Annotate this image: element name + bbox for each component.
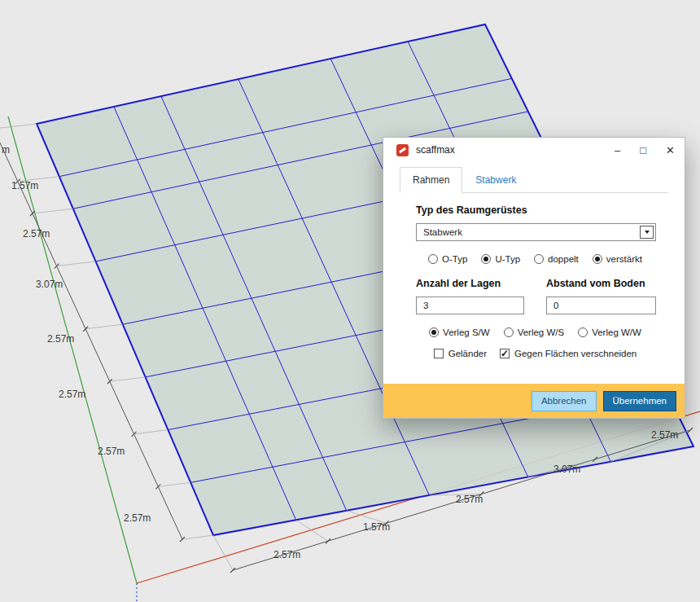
dimension-label: 3.07m: [553, 464, 580, 475]
dialog-titlebar[interactable]: scaffmax – □ ✕: [383, 138, 685, 162]
radio-o-typ[interactable]: O-Typ: [428, 254, 467, 264]
offset-label: Abstand vom Boden: [546, 278, 656, 289]
radio-icon[interactable]: [429, 327, 439, 337]
radio-icon[interactable]: [504, 327, 514, 337]
dialog-content: Typ des Raumgerüstes Stabwerk O-Typ U-Ty…: [383, 204, 685, 358]
dim-extension-line: [57, 261, 96, 266]
checkbox-gegen-flaechen[interactable]: Gegen Flächen verschneiden: [500, 349, 637, 358]
radio-label: O-Typ: [442, 254, 467, 264]
dim-tick: [230, 568, 235, 573]
dimension-label: m: [2, 144, 10, 156]
layers-label: Anzahl der Lagen: [416, 278, 524, 289]
dimension-label: 2.57m: [47, 333, 74, 345]
dimension-label: 2.57m: [59, 389, 85, 400]
radio-icon[interactable]: [481, 254, 491, 264]
dimension-label: 2.57m: [23, 228, 50, 239]
dimension-label: 2.57m: [651, 429, 678, 441]
radio-verleg-sw[interactable]: Verleg S/W: [429, 327, 490, 337]
apply-button[interactable]: Übernehmen: [603, 391, 676, 411]
dim-tick: [326, 538, 330, 543]
type-radio-row: O-Typ U-Typ doppelt verstärkt: [416, 254, 654, 264]
tab-stabwerk[interactable]: Stabwerk: [462, 167, 529, 193]
radio-verleg-ww[interactable]: Verleg W/W: [578, 327, 641, 337]
layers-input[interactable]: [416, 297, 524, 314]
radio-icon[interactable]: [578, 327, 588, 337]
type-dropdown-value: Stabwerk: [423, 227, 462, 237]
dim-extension-line: [110, 377, 146, 381]
checkbox-icon[interactable]: [434, 349, 444, 358]
radio-icon[interactable]: [428, 254, 438, 264]
radio-icon[interactable]: [593, 254, 602, 264]
dim-extension-line: [0, 124, 37, 129]
verleg-radio-row: Verleg S/W Verleg W/S Verleg W/W: [416, 327, 654, 337]
options-row: Geländer Gegen Flächen verschneiden: [416, 349, 654, 358]
dimension-label: 1.57m: [11, 180, 38, 191]
radio-verleg-ws[interactable]: Verleg W/S: [504, 327, 565, 337]
dim-extension-line: [134, 430, 168, 434]
tab-rahmen[interactable]: Rahmen: [400, 167, 462, 193]
scaffmax-app-icon: [396, 144, 409, 156]
dim-extension-line: [158, 482, 190, 486]
radio-verstaerkt[interactable]: verstärkt: [593, 254, 642, 264]
dialog-footer: Abbrechen Übernehmen: [383, 384, 685, 418]
checkbox-label: Geländer: [448, 349, 487, 358]
radio-label: verstärkt: [606, 254, 642, 264]
cancel-button[interactable]: Abbrechen: [532, 391, 597, 411]
checkbox-icon[interactable]: [500, 349, 510, 358]
dimension-label: 3.07m: [36, 279, 63, 290]
offset-input[interactable]: [546, 297, 656, 314]
type-dropdown[interactable]: Stabwerk: [416, 223, 656, 241]
radio-label: doppelt: [548, 254, 579, 264]
offset-field: Abstand vom Boden: [546, 278, 656, 314]
radio-icon[interactable]: [534, 254, 544, 264]
radio-u-typ[interactable]: U-Typ: [481, 254, 520, 264]
chevron-down-icon: [645, 231, 650, 234]
dim-extension-line: [33, 209, 73, 213]
scaffmax-dialog: scaffmax – □ ✕ Rahmen Stabwerk Typ des R…: [383, 137, 685, 419]
dimension-label: 2.57m: [273, 549, 300, 560]
dim-extension-line: [182, 535, 213, 539]
radio-label: Verleg S/W: [443, 327, 490, 337]
dim-extension-line: [296, 520, 328, 541]
tab-bar: Rahmen Stabwerk: [400, 167, 668, 193]
window-controls: – □ ✕: [615, 145, 675, 156]
radio-label: U-Typ: [495, 254, 520, 264]
dimension-label: 2.57m: [124, 512, 151, 524]
radio-label: Verleg W/S: [518, 327, 565, 337]
dialog-title: scaffmax: [416, 144, 455, 156]
close-button[interactable]: ✕: [666, 145, 675, 156]
dim-extension-line: [85, 324, 123, 329]
dimension-label: 2.57m: [456, 494, 483, 505]
fields-row: Anzahl der Lagen Abstand vom Boden: [416, 278, 654, 314]
dropdown-button[interactable]: [640, 226, 654, 239]
checkbox-gelaender[interactable]: Geländer: [434, 349, 487, 358]
checkbox-label: Gegen Flächen verschneiden: [514, 349, 637, 358]
type-section-label: Typ des Raumgerüstes: [416, 204, 654, 216]
radio-doppelt[interactable]: doppelt: [534, 254, 579, 264]
dimension-label: 2.57m: [98, 446, 125, 457]
dim-extension-line: [213, 535, 233, 570]
radio-label: Verleg W/W: [592, 327, 641, 337]
dim-tick: [688, 428, 693, 433]
dimension-label: 1.57m: [363, 521, 390, 533]
minimize-button[interactable]: –: [615, 145, 620, 156]
maximize-button[interactable]: □: [640, 145, 646, 156]
layers-field: Anzahl der Lagen: [416, 278, 524, 314]
